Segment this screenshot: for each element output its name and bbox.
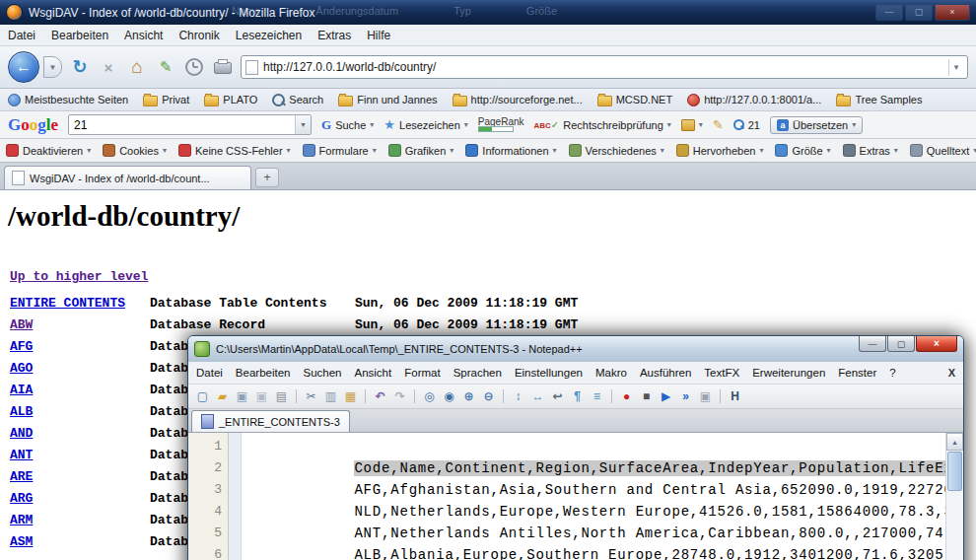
reload-icon[interactable]: ↻: [69, 55, 91, 79]
webdev-item[interactable]: Quelltext ▾: [910, 144, 976, 157]
menu-item[interactable]: Ansicht: [124, 29, 163, 42]
menu-item[interactable]: Hilfe: [367, 29, 390, 42]
bookmark-item[interactable]: Finn und Jannes: [338, 94, 437, 106]
translate-button[interactable]: a Übersetzen ▾: [770, 116, 863, 134]
undo-icon[interactable]: ↶: [372, 388, 388, 405]
minimize-button[interactable]: —: [875, 5, 903, 21]
url-dropdown-icon[interactable]: ▼: [948, 59, 963, 76]
webdev-item[interactable]: Deaktivieren ▾: [6, 144, 91, 157]
menu-item[interactable]: Fenster: [838, 367, 876, 379]
webdev-item[interactable]: Formulare ▾: [303, 144, 377, 157]
zoom-out-icon[interactable]: ⊖: [480, 388, 497, 405]
play-macro-icon[interactable]: ▶: [658, 388, 674, 405]
url-text[interactable]: http://127.0.0.1/world-db/country/: [263, 60, 436, 74]
firefox-titlebar[interactable]: WsgiDAV - Index of /world-db/country/ - …: [0, 0, 976, 25]
entry-link[interactable]: AND: [10, 426, 150, 441]
back-button[interactable]: ←: [8, 51, 39, 83]
google-search-button[interactable]: G Suche ▾: [321, 117, 374, 133]
menu-item[interactable]: TextFX: [704, 367, 739, 379]
open-folder-icon[interactable]: ▰: [214, 388, 231, 405]
npp-titlebar[interactable]: C:\Users\Martin\AppData\Local\Temp\_ENTI…: [188, 336, 963, 362]
history-dropdown[interactable]: ▼: [43, 56, 62, 78]
google-search-box[interactable]: ▼: [68, 114, 312, 135]
url-bar[interactable]: http://127.0.0.1/world-db/country/ ▼: [241, 55, 968, 79]
stop-icon[interactable]: ×: [98, 55, 119, 79]
webdev-item[interactable]: Informationen ▾: [465, 144, 556, 157]
bookmark-item[interactable]: http://sourceforge.net...: [453, 94, 583, 106]
menu-item[interactable]: Format: [404, 367, 440, 379]
npp-editor[interactable]: 123456 Code,Name,Continent,Region,Surfac…: [188, 433, 963, 560]
menu-item[interactable]: Extras: [317, 29, 351, 42]
maximize-button[interactable]: ▢: [905, 5, 933, 21]
menu-item[interactable]: ?: [889, 367, 895, 379]
scrollbar-thumb[interactable]: [947, 452, 962, 491]
editor-line[interactable]: Code,Name,Continent,Region,SurfaceArea,I…: [242, 436, 945, 457]
entry-link[interactable]: ASM: [10, 534, 150, 549]
menu-item[interactable]: Makro: [595, 367, 627, 379]
menu-item[interactable]: Bearbeiten: [236, 367, 291, 379]
entry-link[interactable]: AGO: [10, 361, 150, 376]
show-all-characters-icon[interactable]: ¶: [569, 388, 586, 405]
home-icon[interactable]: ⌂: [126, 55, 148, 79]
bookmark-margin[interactable]: [229, 433, 242, 560]
menu-item[interactable]: Datei: [8, 29, 35, 42]
print-button[interactable]: [212, 55, 234, 79]
toolbar-separator[interactable]: [611, 389, 612, 403]
highlight-count[interactable]: 21: [733, 119, 760, 131]
menu-item[interactable]: Ausführen: [640, 367, 691, 379]
addon-pencil-icon[interactable]: ✎: [155, 55, 176, 79]
new-file-icon[interactable]: ▢: [194, 388, 211, 405]
up-to-higher-level-link[interactable]: Up to higher level: [10, 269, 148, 284]
stop-macro-icon[interactable]: ■: [638, 388, 655, 405]
menu-item[interactable]: Einstellungen: [515, 367, 583, 379]
bookmark-item[interactable]: MCSD.NET: [597, 94, 672, 106]
word-wrap-icon[interactable]: ↩: [549, 388, 566, 405]
start-html-icon[interactable]: H: [727, 388, 743, 405]
toolbar-separator[interactable]: [720, 389, 721, 403]
toolbar-separator[interactable]: [503, 389, 504, 403]
menu-item[interactable]: Erweiterungen: [752, 367, 825, 379]
spellcheck-button[interactable]: ABC✓ Rechtschreibprüfung ▾: [534, 119, 671, 131]
webdev-item[interactable]: Verschiedenes ▾: [569, 144, 664, 157]
redo-icon[interactable]: ↷: [391, 388, 408, 405]
webdev-item[interactable]: Extras ▾: [843, 144, 898, 157]
webdev-item[interactable]: Grafiken ▾: [388, 144, 454, 157]
print-icon[interactable]: ▤: [273, 388, 290, 405]
menu-item[interactable]: Lesezeichen: [236, 29, 302, 42]
zoom-in-icon[interactable]: ⊕: [460, 388, 477, 405]
menubar-close-x[interactable]: X: [948, 367, 955, 379]
toolbar-separator[interactable]: [414, 389, 415, 403]
save-all-icon[interactable]: ▣: [253, 388, 270, 405]
highlighter-button[interactable]: ✎: [713, 117, 724, 132]
bookmark-item[interactable]: Search: [272, 94, 323, 106]
entry-link[interactable]: ARM: [10, 513, 150, 527]
entry-link[interactable]: ANT: [10, 448, 150, 462]
record-macro-icon[interactable]: ●: [618, 388, 635, 405]
indent-guide-icon[interactable]: ≡: [589, 388, 605, 405]
maximize-button[interactable]: ▢: [887, 336, 915, 352]
google-search-input[interactable]: [69, 118, 295, 132]
scroll-up-icon[interactable]: ▲: [946, 433, 963, 451]
entry-link[interactable]: ENTIRE CONTENTS: [10, 296, 150, 311]
cut-icon[interactable]: ✂: [303, 388, 319, 405]
google-bookmarks-button[interactable]: ★ Lesezeichen ▾: [383, 117, 467, 132]
bookmark-item[interactable]: Privat: [143, 94, 189, 106]
menu-item[interactable]: Bearbeiten: [51, 29, 108, 42]
entry-link[interactable]: ABW: [10, 317, 150, 332]
entry-link[interactable]: ARG: [10, 491, 150, 506]
close-button[interactable]: ×: [935, 5, 970, 21]
run-macro-multiple-icon[interactable]: »: [677, 388, 694, 405]
entry-link[interactable]: AFG: [10, 339, 150, 354]
paste-icon[interactable]: ▦: [342, 388, 359, 405]
entry-link[interactable]: ALB: [10, 404, 150, 419]
webdev-item[interactable]: Keine CSS-Fehler ▾: [178, 144, 291, 157]
new-tab-button[interactable]: +: [255, 168, 279, 187]
editor-text-area[interactable]: Code,Name,Continent,Region,SurfaceArea,I…: [242, 433, 945, 560]
autofill-button[interactable]: ▾: [681, 119, 703, 131]
menu-item[interactable]: Suchen: [303, 367, 341, 379]
webdev-item[interactable]: Hervorheben ▾: [676, 144, 764, 157]
tab-wsgidav[interactable]: WsgiDAV - Index of /world-db/count...: [4, 166, 251, 189]
toolbar-separator[interactable]: [296, 389, 297, 403]
replace-icon[interactable]: ◉: [441, 388, 457, 405]
webdev-item[interactable]: Cookies ▾: [103, 144, 167, 157]
